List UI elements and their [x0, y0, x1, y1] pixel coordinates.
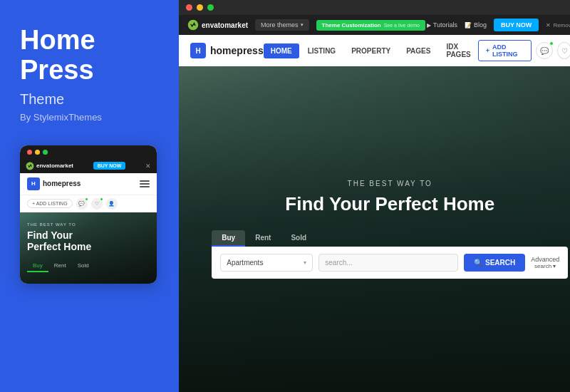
- mobile-envato-bar: envatomarket BUY NOW ✕: [20, 159, 157, 173]
- advanced-search-btn[interactable]: Advanced search ▾: [531, 256, 559, 269]
- desktop-envato-logo: envatomarket: [187, 19, 248, 31]
- desktop-envato-leaf-icon: [187, 19, 199, 31]
- desktop-envato-text: envatomarket: [202, 21, 248, 29]
- hero-headline: Find Your Perfect Home: [285, 193, 494, 215]
- mobile-site-nav: H homepress: [20, 173, 157, 195]
- mobile-dot-yellow: [35, 150, 40, 155]
- search-tab-rent[interactable]: Rent: [245, 230, 281, 247]
- mobile-hero-tagline: THE BEST WAY TO: [27, 222, 150, 227]
- mobile-dot-green: [43, 150, 48, 155]
- mobile-logo: H homepress: [27, 177, 81, 190]
- left-panel: Home Press Theme By StylemixThemes envat…: [0, 0, 177, 392]
- envato-bar-right: ▶ Tutorials 📝 Blog BUY NOW ✕ Remove Fram…: [427, 19, 570, 31]
- theme-subtitle: Theme: [20, 91, 157, 108]
- blog-link[interactable]: 📝 Blog: [465, 21, 487, 29]
- desktop-mockup: envatomarket More themes ▾ Theme Customi…: [179, 0, 570, 392]
- mobile-envato-logo: envatomarket: [26, 162, 73, 170]
- more-themes-button[interactable]: More themes ▾: [255, 19, 309, 31]
- desktop-nav-links: HOME LISTING PROPERTY PAGES IDX PAGES: [264, 39, 478, 62]
- mobile-tab-rent[interactable]: Rent: [48, 260, 72, 272]
- remove-frame-btn[interactable]: ✕ Remove Frame: [546, 22, 570, 29]
- mobile-mockup: envatomarket BUY NOW ✕ H homepress + ADD…: [20, 145, 157, 284]
- desktop-logo-icon: H: [190, 43, 206, 58]
- mobile-logo-text: homepress: [43, 180, 81, 187]
- search-tabs: Buy Rent Sold: [212, 230, 568, 247]
- mobile-hero-section: THE BEST WAY TO Find Your Perfect Home B…: [20, 212, 157, 284]
- property-type-select[interactable]: Apartments ▾: [220, 254, 313, 272]
- mobile-chrome-bar: [20, 145, 157, 159]
- desktop-add-listing-btn[interactable]: + ADD LISTING: [478, 40, 532, 61]
- hamburger-line-3: [140, 186, 150, 187]
- mobile-tab-sold[interactable]: Sold: [72, 260, 95, 272]
- hero-tagline: THE BEST WAY TO: [285, 180, 494, 187]
- hero-content: THE BEST WAY TO Find Your Perfect Home: [285, 180, 494, 215]
- tutorials-link[interactable]: ▶ Tutorials: [427, 21, 457, 29]
- envato-bar-left: envatomarket More themes ▾ Theme Customi…: [187, 19, 425, 31]
- search-container: Buy Rent Sold Apartments ▾ search... 🔍 S…: [212, 230, 568, 279]
- nav-link-listing[interactable]: LISTING: [301, 43, 343, 58]
- mobile-hamburger-icon[interactable]: [140, 180, 150, 187]
- desktop-site-nav: H homepress HOME LISTING PROPERTY PAGES …: [179, 35, 570, 66]
- desktop-envato-bar: envatomarket More themes ▾ Theme Customi…: [179, 15, 570, 35]
- mobile-chat-badge: [85, 197, 88, 201]
- desktop-nav-actions: + ADD LISTING 💬 ♡ 👤: [478, 40, 570, 61]
- search-tab-sold[interactable]: Sold: [281, 230, 316, 247]
- mobile-heart-badge: [100, 197, 103, 201]
- mobile-search-tabs: Buy Rent Sold: [27, 260, 150, 272]
- mobile-dot-red: [27, 150, 32, 155]
- desktop-dot-green: [207, 4, 214, 11]
- mobile-buy-now-btn[interactable]: BUY NOW: [93, 162, 126, 170]
- search-tab-buy[interactable]: Buy: [212, 230, 245, 247]
- nav-link-home[interactable]: HOME: [264, 43, 299, 58]
- mobile-logo-icon: H: [27, 177, 40, 190]
- desktop-chat-badge: [549, 41, 554, 46]
- desktop-chrome-bar: [179, 0, 570, 15]
- desktop-heart-btn[interactable]: ♡: [557, 42, 570, 59]
- mobile-tab-buy[interactable]: Buy: [27, 260, 48, 272]
- mobile-close-icon[interactable]: ✕: [145, 163, 151, 170]
- nav-link-pages[interactable]: PAGES: [399, 43, 437, 58]
- search-bar: Apartments ▾ search... 🔍 SEARCH Advanced…: [212, 247, 568, 279]
- right-panel: envatomarket More themes ▾ Theme Customi…: [177, 0, 570, 392]
- desktop-logo: H homepress: [190, 43, 264, 58]
- desktop-buy-now-btn[interactable]: BUY NOW: [494, 19, 539, 31]
- desktop-dot-yellow: [197, 4, 203, 11]
- mobile-icons-bar: + ADD LISTING 💬 ♡ 👤: [20, 195, 157, 212]
- mobile-envato-text: envatomarket: [36, 163, 73, 169]
- mobile-hero-headline: Find Your Perfect Home: [27, 229, 150, 254]
- mobile-add-listing-btn[interactable]: + ADD LISTING: [27, 199, 73, 208]
- desktop-dot-red: [186, 4, 192, 11]
- nav-link-property[interactable]: PROPERTY: [344, 43, 398, 58]
- hero-background: [179, 66, 570, 392]
- mobile-user-icon[interactable]: 👤: [106, 198, 118, 210]
- theme-author: By StylemixThemes: [20, 112, 157, 123]
- desktop-logo-text: homepress: [210, 45, 264, 56]
- envato-leaf-icon: [26, 162, 34, 170]
- theme-title: Home Press: [20, 26, 157, 86]
- hamburger-line-1: [140, 180, 150, 182]
- search-button[interactable]: 🔍 SEARCH: [464, 254, 525, 272]
- theme-customization-badge[interactable]: Theme Customization See a live demo: [316, 20, 425, 31]
- mobile-window-dots: [27, 150, 48, 155]
- search-input[interactable]: search...: [318, 254, 458, 272]
- desktop-hero-section: THE BEST WAY TO Find Your Perfect Home B…: [179, 66, 570, 392]
- nav-link-idx-pages[interactable]: IDX PAGES: [439, 39, 477, 62]
- hamburger-line-2: [140, 183, 150, 185]
